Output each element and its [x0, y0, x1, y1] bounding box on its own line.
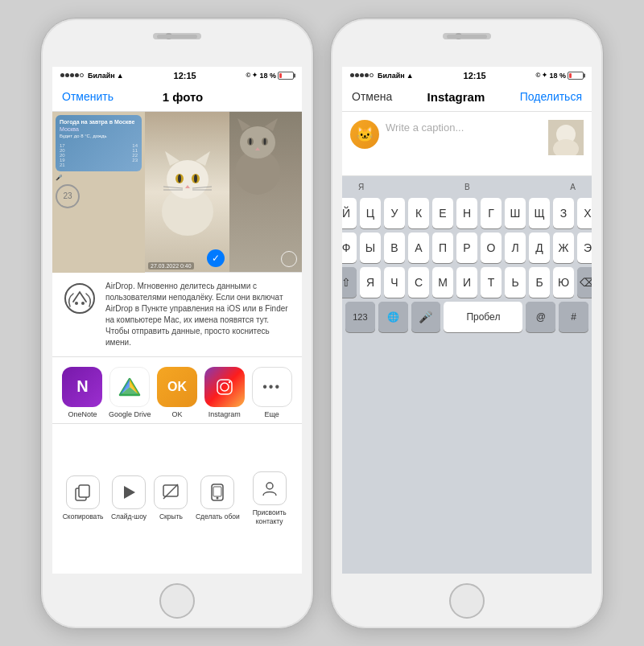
app-instagram[interactable]: Instagram — [202, 367, 246, 418]
loc-icon-1: ✦ — [252, 72, 258, 79]
phone-home-button[interactable] — [159, 583, 195, 619]
phone-2: Билайн ▲ 12:15 © ✦ 18 % Отмена Instagra — [330, 18, 604, 629]
photo-thumbnail — [548, 120, 584, 155]
cancel-button-2[interactable]: Отмена — [352, 90, 392, 103]
weather-city: Москва — [60, 126, 138, 132]
contact-label: Присвоить контакту — [247, 508, 291, 525]
caption-area: 🐱 Write a caption... — [342, 112, 592, 176]
key-k[interactable]: К — [408, 198, 429, 228]
svg-point-31 — [229, 381, 230, 382]
svg-point-24 — [81, 302, 85, 305]
loc-icon-2: ✦ — [542, 72, 547, 79]
key-u[interactable]: У — [384, 198, 405, 228]
action-contact[interactable]: Присвоить контакту — [247, 471, 291, 525]
time-2: 12:15 — [464, 71, 486, 80]
svg-point-39 — [217, 497, 219, 500]
key-sh[interactable]: Ш — [505, 198, 526, 228]
key-f[interactable]: Ф — [342, 232, 357, 263]
svg-point-19 — [250, 138, 252, 145]
action-hide[interactable]: Скрыть — [154, 475, 188, 521]
key-e[interactable]: Э — [577, 232, 592, 263]
key-o[interactable]: О — [481, 232, 502, 263]
key-z[interactable]: З — [553, 198, 574, 228]
key-ch[interactable]: Ч — [384, 267, 405, 298]
onenote-icon: N — [62, 367, 102, 407]
key-b[interactable]: Б — [529, 267, 550, 298]
key-mic[interactable]: 🎤 — [411, 302, 441, 332]
app-ok[interactable]: OK OK — [155, 367, 199, 418]
svg-point-1 — [167, 160, 208, 199]
caption-input[interactable]: Write a caption... — [386, 120, 542, 167]
circle-badge[interactable] — [281, 251, 297, 267]
copy-icon — [66, 475, 100, 509]
key-l[interactable]: Л — [505, 232, 526, 263]
key-v[interactable]: В — [384, 232, 405, 263]
gdrive-icon — [109, 367, 150, 407]
nav-title-2: Instagram — [427, 90, 485, 104]
weather-widget: Погода на завтра в Москве Москва Будет д… — [56, 115, 142, 171]
slideshow-label: Слайд-шоу — [111, 512, 147, 521]
kb-row-1: Й Ц У К Е Н Г Ш Щ З Х — [345, 198, 588, 228]
action-slideshow[interactable]: Слайд-шоу — [111, 475, 147, 521]
key-m[interactable]: М — [432, 267, 453, 298]
battery-icon-1 — [278, 72, 294, 80]
key-shch[interactable]: Щ — [529, 198, 550, 228]
wallpaper-icon — [200, 475, 234, 509]
key-ya[interactable]: Я — [360, 267, 381, 298]
key-globe[interactable]: 🌐 — [378, 302, 408, 332]
action-copy[interactable]: Скопировать — [63, 475, 104, 521]
cat-white-photo — [145, 112, 229, 272]
key-n[interactable]: Н — [456, 198, 477, 228]
photo-left[interactable]: Погода на завтра в Москве Москва Будет д… — [52, 112, 145, 273]
key-backspace[interactable]: ⌫ — [577, 267, 592, 298]
time-1: 12:15 — [174, 71, 196, 80]
key-at[interactable]: @ — [526, 302, 555, 332]
key-r[interactable]: Р — [456, 232, 477, 263]
phone-1: Билайн ▲ 12:15 © ✦ 18 % Отменить 1 фото — [40, 18, 314, 629]
photo-main[interactable]: 27.03.2022 0:40 ✓ — [145, 112, 229, 272]
weather-temp: Будет до 8 °С, дождь — [60, 134, 138, 138]
share-button-2[interactable]: Поделиться — [520, 90, 582, 103]
key-shift[interactable]: ⇧ — [342, 267, 357, 298]
check-badge[interactable]: ✓ — [207, 249, 225, 267]
key-a[interactable]: А — [408, 232, 429, 263]
action-wallpaper[interactable]: Сделать обои — [196, 475, 240, 521]
more-icon: ••• — [252, 367, 292, 407]
key-space[interactable]: Пробел — [444, 302, 522, 332]
app-more[interactable]: ••• Еще — [250, 367, 294, 418]
key-y[interactable]: Ы — [360, 232, 381, 263]
photo-right[interactable] — [229, 112, 302, 272]
key-zh[interactable]: Ж — [553, 232, 574, 263]
top-label-ya: Я — [358, 183, 364, 191]
key-yo[interactable]: Й — [342, 198, 357, 228]
key-s[interactable]: С — [408, 267, 429, 298]
user-avatar: 🐱 — [350, 120, 379, 149]
phone-1-screen: Билайн ▲ 12:15 © ✦ 18 % Отменить 1 фото — [52, 67, 302, 574]
cancel-button-1[interactable]: Отменить — [62, 90, 114, 103]
key-i[interactable]: И — [456, 267, 477, 298]
nav-bar-2: Отмена Instagram Поделиться — [342, 83, 592, 112]
key-hash[interactable]: # — [559, 302, 588, 332]
app-gdrive[interactable]: Google Drive — [108, 367, 152, 418]
key-123[interactable]: 123 — [345, 302, 375, 332]
key-ye[interactable]: Е — [432, 198, 453, 228]
phone-2-home-button[interactable] — [449, 583, 485, 619]
key-p[interactable]: П — [432, 232, 453, 263]
phone-speaker — [157, 35, 197, 39]
top-label-a: А — [570, 183, 576, 191]
svg-point-7 — [194, 175, 197, 183]
photo-timestamp: 27.03.2022 0:40 — [148, 262, 194, 270]
key-g[interactable]: Г — [481, 198, 502, 228]
key-t[interactable]: Т — [481, 267, 502, 298]
key-d[interactable]: Д — [529, 232, 550, 263]
battery-pct-2: 18 % — [549, 72, 566, 80]
airdrop-icon — [62, 281, 97, 316]
key-yu[interactable]: Ю — [553, 267, 574, 298]
svg-rect-38 — [213, 487, 221, 496]
key-soft[interactable]: Ь — [505, 267, 526, 298]
key-ts[interactable]: Ц — [360, 198, 381, 228]
app-onenote[interactable]: N OneNote — [60, 367, 105, 418]
onenote-label: OneNote — [68, 410, 97, 418]
kb-row-bottom: 123 🌐 🎤 Пробел @ # — [345, 302, 588, 332]
key-kh[interactable]: Х — [577, 198, 592, 228]
